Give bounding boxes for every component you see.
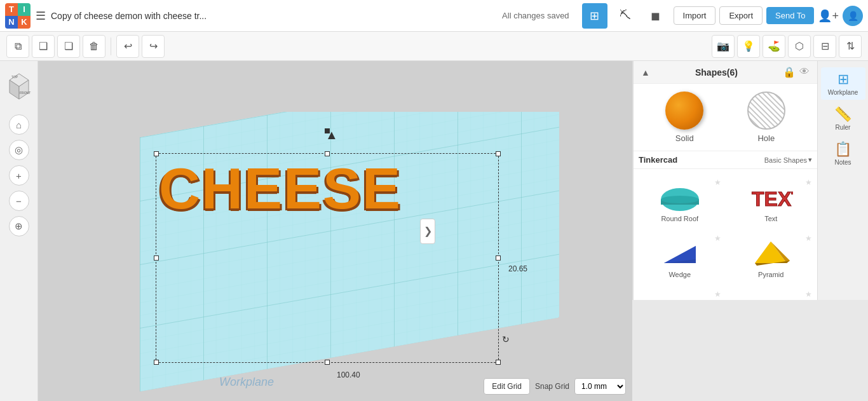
- wedge-label: Wedge: [668, 271, 691, 278]
- mirror-button[interactable]: ⬡: [788, 35, 811, 58]
- chevron-down-icon: ▾: [808, 156, 812, 164]
- library-dropdown[interactable]: Basic Shapes ▾: [764, 156, 812, 164]
- shapes-header-icons: 🔒 👁: [783, 66, 810, 78]
- main-area: TOP FRONT ⌂ ◎ + − ⊕: [0, 61, 868, 401]
- right-panel: ▲ Shapes(6) 🔒 👁 Solid Hole: [632, 61, 868, 401]
- hole-option[interactable]: Hole: [747, 92, 785, 143]
- send-to-button[interactable]: Send To: [766, 7, 814, 24]
- svg-text:TEXT: TEXT: [752, 187, 793, 210]
- target-button[interactable]: ◎: [9, 140, 29, 160]
- user-actions: Import Export Send To 👤+ 👤: [674, 6, 863, 26]
- grid-view-button[interactable]: ⊞: [582, 3, 607, 29]
- document-title: Copy of cheese demon with cheese tr...: [51, 11, 497, 21]
- handle-top-right[interactable]: [496, 151, 501, 156]
- view-cube[interactable]: TOP FRONT: [3, 67, 35, 105]
- logo-i: I: [18, 3, 31, 16]
- logo-k: K: [18, 16, 31, 29]
- handle-top-left[interactable]: [154, 151, 159, 156]
- top-arrow: ▲: [325, 128, 338, 142]
- shape-card-text-3d[interactable]: ★ TEXT Text: [728, 175, 815, 228]
- solid-hole-options: Solid Hole: [634, 84, 817, 151]
- notes-sidebar-button[interactable]: 📋 Notes: [821, 137, 865, 170]
- align-button[interactable]: ⊟: [813, 35, 836, 58]
- workplane-sidebar-icon: ⊞: [837, 71, 849, 88]
- shapes-eye-icon[interactable]: 👁: [799, 66, 810, 78]
- group-button[interactable]: ❏: [57, 35, 80, 58]
- copy-button[interactable]: ⧉: [6, 35, 29, 58]
- handle-bottom-left[interactable]: [154, 360, 159, 365]
- snap-grid-select[interactable]: 1.0 mm 0.1 mm 0.25 mm 0.5 mm 2.0 mm 5.0 …: [574, 378, 626, 395]
- camera-button[interactable]: 📷: [712, 35, 735, 58]
- shape-card-pyramid[interactable]: ★ Pyramid: [728, 231, 815, 283]
- duplicate-button[interactable]: ❑: [32, 35, 55, 58]
- logo-n: N: [5, 16, 18, 29]
- menu-icon[interactable]: ☰: [36, 9, 46, 23]
- ruler-sidebar-button[interactable]: 📏 Ruler: [821, 102, 865, 135]
- shapes-title: Shapes(6): [695, 67, 738, 78]
- text-3d-icon: TEXT: [749, 180, 793, 212]
- compass-button[interactable]: ⊕: [9, 216, 29, 236]
- handle-top-mid[interactable]: [325, 151, 330, 156]
- shapes-panel-button[interactable]: ◼: [643, 3, 668, 29]
- ruler-sidebar-icon: 📏: [834, 106, 851, 123]
- svg-marker-14: [664, 246, 696, 263]
- right-sidebar-icons: ⊞ Workplane 📏 Ruler 📋 Notes: [817, 61, 868, 300]
- placeholder1-favorite-icon[interactable]: ★: [714, 290, 721, 299]
- light-button[interactable]: 💡: [737, 35, 760, 58]
- topbar: T I N K ☰ Copy of cheese demon with chee…: [0, 0, 868, 32]
- undo-button[interactable]: ↩: [116, 35, 139, 58]
- notes-sidebar-label: Notes: [834, 159, 851, 166]
- shape-card-wedge[interactable]: ★ Wedge: [636, 231, 724, 283]
- delete-button[interactable]: 🗑: [83, 35, 105, 58]
- edit-grid-button[interactable]: Edit Grid: [484, 378, 530, 395]
- dimension-width: 100.40: [337, 370, 360, 379]
- left-panel: TOP FRONT ⌂ ◎ + − ⊕: [0, 61, 38, 401]
- pyramid-label: Pyramid: [758, 271, 783, 278]
- handle-mid-left[interactable]: [154, 255, 159, 261]
- bottom-controls: Edit Grid Snap Grid 1.0 mm 0.1 mm 0.25 m…: [484, 378, 626, 395]
- toolbar-separator-1: [111, 37, 111, 55]
- zoom-out-button[interactable]: −: [9, 191, 29, 211]
- shape-card-round-roof[interactable]: ★ Round Roof: [636, 175, 724, 228]
- solid-sphere: [665, 92, 703, 130]
- right-outer-top: ▲ Shapes(6) 🔒 👁 Solid Hole: [632, 61, 868, 300]
- shapes-collapse-button[interactable]: ▲: [641, 67, 650, 78]
- notes-sidebar-icon: 📋: [834, 141, 851, 158]
- handle-bottom-mid[interactable]: [325, 360, 330, 365]
- handle-mid-right[interactable]: [496, 255, 501, 261]
- pyramid-favorite-icon[interactable]: ★: [805, 234, 812, 243]
- text-3d-favorite-icon[interactable]: ★: [805, 178, 812, 187]
- round-roof-favorite-icon[interactable]: ★: [714, 178, 721, 187]
- home-button[interactable]: ⌂: [9, 114, 29, 135]
- solid-label: Solid: [675, 133, 694, 143]
- shapes-panel: ▲ Shapes(6) 🔒 👁 Solid Hole: [633, 61, 817, 300]
- placeholder2-favorite-icon[interactable]: ★: [805, 290, 812, 299]
- tinkercad-logo[interactable]: T I N K: [5, 3, 31, 29]
- expand-panel-button[interactable]: ❯: [420, 219, 435, 244]
- pick-tool-button[interactable]: ⛏: [613, 3, 638, 29]
- text-3d-label: Text: [764, 215, 777, 222]
- shapes-lock-icon[interactable]: 🔒: [783, 66, 796, 78]
- workplane-sidebar-label: Workplane: [828, 89, 858, 96]
- handle-bottom-right[interactable]: [496, 360, 501, 365]
- add-user-icon[interactable]: 👤+: [818, 9, 839, 23]
- shapes-grid: ★ Round Roof ★ TEXT: [634, 173, 817, 300]
- library-title: Tinkercad: [639, 155, 677, 165]
- shapes-header: ▲ Shapes(6) 🔒 👁: [634, 61, 817, 84]
- pyramid-icon: [749, 236, 793, 268]
- workplane-sidebar-button[interactable]: ⊞ Workplane: [821, 67, 865, 100]
- flag-button[interactable]: ⛳: [763, 35, 785, 58]
- flip-button[interactable]: ⇅: [839, 35, 862, 58]
- solid-option[interactable]: Solid: [665, 92, 703, 143]
- canvas-area[interactable]: CHEESE ↻ ▲ 100.40 20.65 Workplane ❯ Edit…: [38, 61, 632, 401]
- redo-button[interactable]: ↪: [142, 35, 165, 58]
- export-button[interactable]: Export: [719, 6, 763, 25]
- import-button[interactable]: Import: [674, 6, 716, 25]
- hole-sphere: [747, 92, 785, 130]
- user-avatar[interactable]: 👤: [843, 6, 863, 26]
- wedge-favorite-icon[interactable]: ★: [714, 234, 721, 243]
- shape-card-placeholder-1: ★: [636, 287, 724, 297]
- snap-grid-label: Snap Grid: [535, 382, 569, 391]
- zoom-in-button[interactable]: +: [9, 165, 29, 186]
- logo-t: T: [5, 3, 18, 16]
